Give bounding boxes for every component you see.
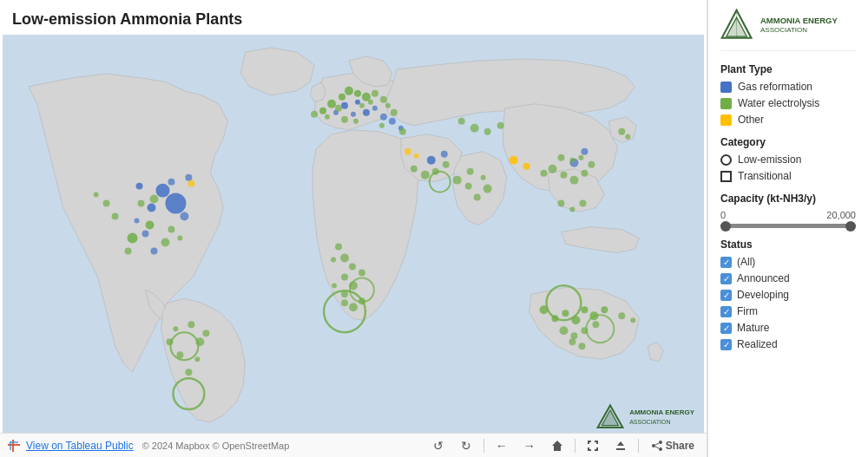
- checkbox-mature[interactable]: ✓: [720, 323, 732, 334]
- category-title: Category: [720, 136, 856, 148]
- svg-point-122: [618, 312, 625, 319]
- svg-rect-144: [596, 447, 598, 451]
- status-developing[interactable]: ✓ Developing: [720, 289, 856, 301]
- home-button[interactable]: [547, 435, 568, 456]
- svg-point-96: [581, 170, 588, 177]
- svg-point-32: [177, 235, 182, 240]
- fullscreen-button[interactable]: [582, 435, 603, 456]
- transitional-label: Transitional: [738, 170, 792, 182]
- legend-item-transitional: Transitional: [720, 170, 856, 182]
- svg-point-105: [618, 128, 625, 135]
- status-announced[interactable]: ✓ Announced: [720, 272, 856, 284]
- svg-point-98: [557, 154, 564, 161]
- world-map-svg: [0, 35, 707, 433]
- svg-point-37: [176, 351, 183, 358]
- main-container: Low-emission Ammonia Plants: [0, 0, 868, 457]
- svg-point-97: [569, 158, 575, 163]
- status-title: Status: [720, 238, 856, 251]
- sidebar: AMMONIA ENERGY ASSOCIATION Plant Type Ga…: [707, 0, 868, 457]
- svg-point-39: [194, 356, 200, 362]
- status-all-label: (All): [737, 256, 755, 268]
- svg-point-46: [327, 100, 336, 108]
- svg-point-78: [411, 166, 418, 173]
- ctrl-divider-1: [483, 439, 484, 453]
- back-button[interactable]: ←: [491, 435, 512, 456]
- svg-point-55: [335, 105, 342, 112]
- svg-point-106: [625, 134, 630, 140]
- status-all[interactable]: ✓ (All): [720, 256, 856, 268]
- svg-point-111: [581, 306, 588, 313]
- svg-point-15: [380, 114, 387, 121]
- status-firm-label: Firm: [737, 305, 758, 317]
- svg-marker-130: [602, 410, 619, 426]
- svg-point-94: [560, 172, 567, 179]
- svg-point-25: [128, 233, 138, 244]
- other-label: Other: [738, 114, 764, 126]
- svg-point-23: [581, 148, 588, 155]
- svg-point-38: [185, 369, 192, 375]
- low-emission-shape: [720, 154, 732, 166]
- svg-point-49: [354, 90, 361, 97]
- svg-point-89: [458, 118, 465, 125]
- legend-item-low-emission: Low-emission: [720, 153, 856, 166]
- status-developing-label: Developing: [737, 289, 789, 301]
- slider-thumb-left[interactable]: [720, 221, 731, 232]
- svg-point-118: [569, 338, 575, 345]
- svg-point-31: [161, 238, 169, 246]
- tableau-icon: [7, 439, 21, 453]
- checkbox-announced[interactable]: ✓: [720, 273, 732, 284]
- svg-point-74: [349, 303, 358, 311]
- tableau-controls: ↺ ↻ ← → Share: [428, 435, 700, 456]
- svg-point-10: [185, 174, 192, 181]
- checkbox-realized[interactable]: ✓: [720, 339, 732, 350]
- svg-point-52: [380, 96, 387, 103]
- svg-rect-135: [10, 441, 18, 443]
- svg-rect-142: [588, 447, 589, 451]
- svg-point-35: [187, 321, 194, 328]
- status-firm[interactable]: ✓ Firm: [720, 305, 856, 317]
- ammonia-logo-text: AMMONIA ENERGY ASSOCIATION: [760, 16, 838, 36]
- svg-point-40: [202, 330, 209, 336]
- svg-point-61: [391, 109, 398, 116]
- status-realized-label: Realized: [737, 338, 778, 350]
- svg-point-114: [559, 326, 568, 335]
- svg-point-73: [341, 299, 348, 306]
- svg-point-6: [142, 231, 149, 238]
- svg-point-30: [168, 226, 174, 233]
- svg-point-16: [351, 112, 356, 117]
- undo-button[interactable]: ↺: [428, 435, 449, 456]
- svg-point-1: [155, 184, 169, 198]
- svg-point-90: [470, 124, 479, 133]
- capacity-slider[interactable]: [720, 224, 856, 228]
- svg-point-24: [146, 221, 155, 230]
- forward-button[interactable]: →: [519, 435, 540, 456]
- status-mature[interactable]: ✓ Mature: [720, 322, 856, 334]
- svg-point-63: [399, 128, 406, 135]
- svg-point-51: [372, 90, 378, 97]
- checkbox-firm[interactable]: ✓: [720, 306, 732, 317]
- status-realized[interactable]: ✓ Realized: [720, 338, 856, 350]
- tableau-link[interactable]: View on Tableau Public: [26, 440, 134, 452]
- other-color: [720, 114, 732, 126]
- download-button[interactable]: [610, 435, 631, 456]
- svg-point-28: [150, 195, 159, 204]
- checkbox-developing[interactable]: ✓: [720, 290, 732, 301]
- gas-reformation-color: [720, 82, 732, 93]
- svg-point-102: [557, 200, 564, 207]
- status-announced-label: Announced: [737, 272, 790, 284]
- svg-marker-136: [552, 441, 562, 451]
- svg-point-48: [345, 87, 353, 95]
- redo-button[interactable]: ↻: [456, 435, 477, 456]
- svg-point-85: [483, 185, 492, 193]
- share-button[interactable]: Share: [646, 435, 700, 456]
- svg-point-148: [659, 447, 662, 451]
- svg-point-115: [570, 332, 577, 339]
- svg-point-124: [510, 156, 518, 165]
- svg-line-150: [655, 443, 659, 445]
- slider-thumb-right[interactable]: [845, 221, 856, 232]
- svg-point-109: [562, 310, 569, 317]
- svg-point-11: [341, 102, 348, 109]
- map-wrapper: [0, 35, 707, 433]
- svg-point-66: [349, 263, 356, 270]
- checkbox-all[interactable]: ✓: [720, 257, 732, 268]
